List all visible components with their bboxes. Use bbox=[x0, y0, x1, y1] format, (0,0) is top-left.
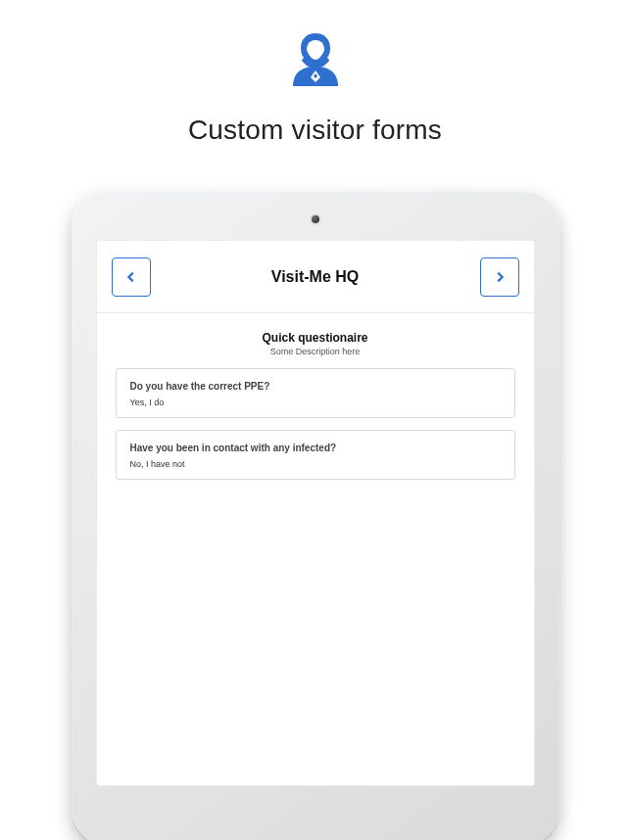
answer-text: No, I have not bbox=[130, 459, 501, 469]
tablet-frame: Visit-Me HQ Quick questionaire Some Desc… bbox=[72, 191, 559, 840]
question-card[interactable]: Do you have the correct PPE? Yes, I do bbox=[116, 368, 515, 418]
question-card[interactable]: Have you been in contact with any infect… bbox=[116, 430, 515, 480]
answer-text: Yes, I do bbox=[130, 397, 501, 407]
hero: Custom visitor forms bbox=[0, 0, 630, 146]
app-header: Visit-Me HQ bbox=[96, 240, 535, 313]
chevron-left-icon bbox=[124, 270, 138, 284]
app-title: Visit-Me HQ bbox=[271, 268, 360, 286]
hero-title: Custom visitor forms bbox=[0, 115, 630, 146]
tablet-camera bbox=[312, 215, 319, 223]
question-text: Do you have the correct PPE? bbox=[130, 381, 501, 392]
section-header: Quick questionaire Some Description here bbox=[96, 313, 535, 368]
question-list: Do you have the correct PPE? Yes, I do H… bbox=[96, 368, 535, 491]
question-text: Have you been in contact with any infect… bbox=[130, 443, 501, 453]
section-description: Some Description here bbox=[96, 347, 535, 356]
back-button[interactable] bbox=[112, 257, 151, 297]
forward-button[interactable] bbox=[480, 257, 519, 297]
section-title: Quick questionaire bbox=[96, 331, 535, 345]
tablet-screen: Visit-Me HQ Quick questionaire Some Desc… bbox=[96, 240, 535, 786]
visitor-icon bbox=[286, 29, 345, 100]
chevron-right-icon bbox=[493, 270, 507, 284]
